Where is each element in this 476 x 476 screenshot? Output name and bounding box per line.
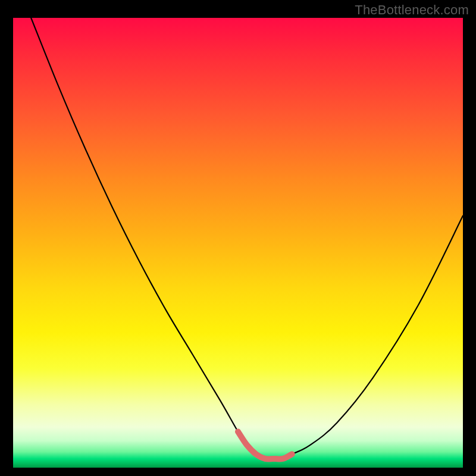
chart-frame: TheBottleneck.com	[0, 0, 476, 476]
watermark-text: TheBottleneck.com	[355, 2, 469, 18]
bottleneck-curve	[31, 18, 463, 459]
curve-layer	[13, 18, 463, 468]
plot-area	[13, 18, 463, 468]
optimal-range-highlight	[238, 432, 292, 459]
